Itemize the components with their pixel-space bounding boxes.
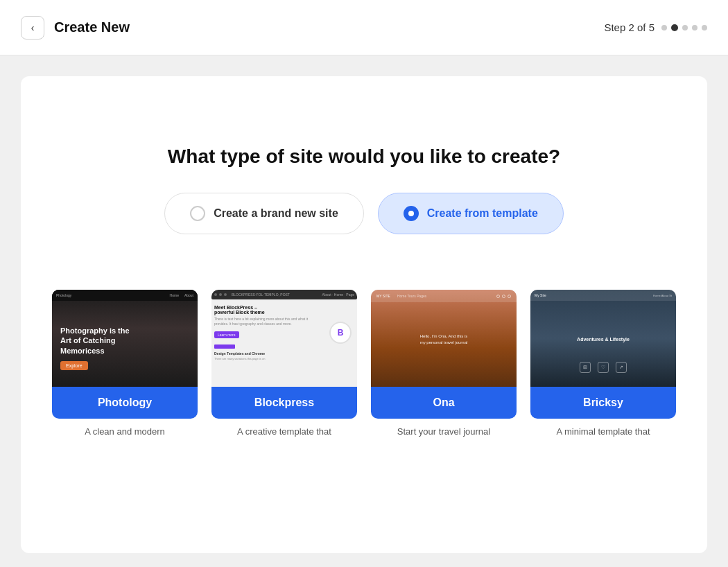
photology-label-bar: Photology xyxy=(52,387,198,419)
template-preview-bricksy: My Site Home About St Adventures & Lifes… xyxy=(530,290,676,387)
bricksy-icon-1: ⊞ xyxy=(580,362,591,373)
step-dot-3 xyxy=(682,25,688,30)
photology-cta: Explore xyxy=(60,361,88,370)
bricksy-nav: My Site Home About St xyxy=(530,290,676,301)
blockpress-left: Meet BlockPress –powerful Block theme Th… xyxy=(214,305,322,360)
template-card-blockpress[interactable]: BLOCKPRESS-FOL-TEMPLO, POST About · Home… xyxy=(211,290,357,438)
ona-label-bar: Ona xyxy=(371,387,517,419)
step-dot-5 xyxy=(702,25,707,30)
ona-hero-text: Hello, I'm Ona, And this ismy personal t… xyxy=(385,333,502,346)
template-preview-ona: MY SITE Home Tours Pages Hello, I'm Ona,… xyxy=(371,290,517,387)
from-template-label: Create from template xyxy=(427,207,538,220)
page-title: Create New xyxy=(54,19,130,35)
photology-desc: A clean and modern xyxy=(52,426,198,438)
templates-grid: Photology Home About Photography is theA… xyxy=(49,290,679,438)
bricksy-background: My Site Home About St Adventures & Lifes… xyxy=(530,290,676,387)
blockpress-btn: Learn more xyxy=(214,331,239,338)
top-bar-right: Step 2 of 5 xyxy=(604,21,707,33)
option-buttons: Create a brand new site Create from temp… xyxy=(49,193,679,234)
bricksy-icons: ⊞ ♡ ↗ xyxy=(580,362,627,373)
photology-name: Photology xyxy=(63,396,187,409)
blockpress-content: Meet BlockPress –powerful Block theme Th… xyxy=(211,302,357,363)
blockpress-headline: Meet BlockPress –powerful Block theme xyxy=(214,305,322,315)
ona-name: Ona xyxy=(382,396,505,409)
blockpress-nav-text: BLOCKPRESS-FOL-TEMPLO, POST xyxy=(232,293,290,297)
bricksy-label-bar: Bricksy xyxy=(530,387,676,419)
bricksy-icon-3: ↗ xyxy=(616,362,627,373)
step-indicator: Step 2 of 5 xyxy=(604,21,655,33)
back-button[interactable]: ‹ xyxy=(21,16,44,40)
ona-desc: Start your travel journal xyxy=(371,426,517,438)
step-dots xyxy=(661,24,707,31)
blockpress-feat-title: Design Templates and Chrome xyxy=(214,351,322,356)
question-title: What type of site would you like to crea… xyxy=(49,146,679,168)
bricksy-icon-2: ♡ xyxy=(598,362,609,373)
brand-new-option[interactable]: Create a brand new site xyxy=(164,193,364,234)
blockpress-label-bar: Blockpress xyxy=(211,387,357,419)
from-template-option[interactable]: Create from template xyxy=(378,193,564,234)
template-preview-photology: Photology Home About Photography is theA… xyxy=(52,290,198,387)
step-dot-2 xyxy=(671,24,678,31)
main-content: What type of site would you like to crea… xyxy=(0,55,728,567)
bricksy-desc: A minimal template that xyxy=(530,426,676,438)
blockpress-logo: B xyxy=(329,322,352,344)
ona-nav-circles xyxy=(496,295,511,298)
template-card-photology[interactable]: Photology Home About Photography is theA… xyxy=(52,290,198,438)
template-card-bricksy[interactable]: My Site Home About St Adventures & Lifes… xyxy=(530,290,676,438)
top-bar: ‹ Create New Step 2 of 5 xyxy=(0,0,728,55)
ona-nav: MY SITE Home Tours Pages xyxy=(371,290,517,302)
blockpress-feat-desc: There are many variations this page is o… xyxy=(214,357,322,360)
top-bar-left: ‹ Create New xyxy=(21,16,130,40)
brand-new-radio xyxy=(190,206,205,221)
template-card-ona[interactable]: MY SITE Home Tours Pages Hello, I'm Ona,… xyxy=(371,290,517,438)
blockpress-body: There is text here a bit explaining more… xyxy=(214,317,322,326)
template-preview-blockpress: BLOCKPRESS-FOL-TEMPLO, POST About · Home… xyxy=(211,290,357,387)
blockpress-top-bar: BLOCKPRESS-FOL-TEMPLO, POST About · Home… xyxy=(211,290,357,299)
blockpress-desc: A creative template that xyxy=(211,426,357,438)
bricksy-site-title: My Site xyxy=(535,293,546,297)
question-section: What type of site would you like to crea… xyxy=(49,104,679,290)
step-dot-4 xyxy=(692,25,697,30)
ona-site-title: MY SITE xyxy=(376,294,390,298)
content-card: What type of site would you like to crea… xyxy=(21,76,707,553)
bricksy-hero-text: Adventures & Lifestyle xyxy=(577,337,630,342)
back-icon: ‹ xyxy=(31,22,35,33)
blockpress-feat-bar xyxy=(214,344,235,349)
bricksy-name: Bricksy xyxy=(541,396,665,409)
photology-nav-brand: Photology xyxy=(56,293,71,297)
ona-background: MY SITE Home Tours Pages Hello, I'm Ona,… xyxy=(371,290,517,387)
from-template-radio xyxy=(404,206,419,221)
step-dot-1 xyxy=(661,25,667,30)
blockpress-name: Blockpress xyxy=(223,396,346,409)
blockpress-right: B xyxy=(327,305,354,360)
photology-overlay-text: Photography is theArt of CatchingMemoric… xyxy=(60,326,130,356)
brand-new-label: Create a brand new site xyxy=(214,207,338,220)
